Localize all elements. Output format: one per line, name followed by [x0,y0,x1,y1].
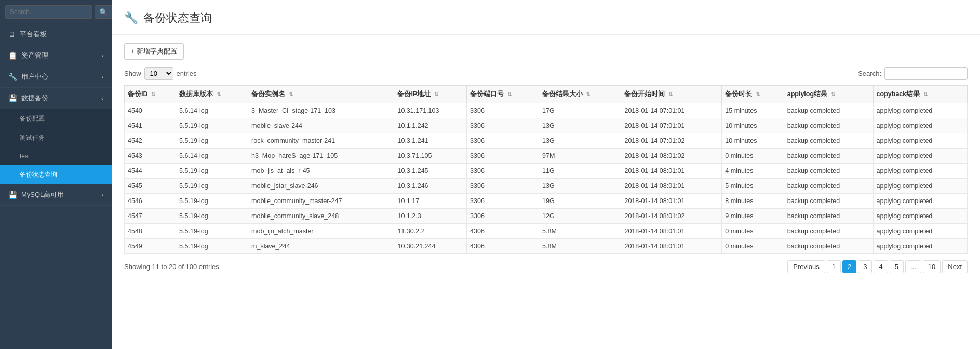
cell-applylog: backup completed [784,133,873,149]
cell-backup_ip: 11.30.2.2 [394,224,467,239]
next-button[interactable]: Next [942,260,968,273]
sort-icon: ⇅ [923,91,928,97]
cell-start_time: 2018-01-14 07:01:01 [621,118,722,133]
col-start-time[interactable]: 备份开始时间 ⇅ [621,86,722,103]
sidebar-item-test-task[interactable]: 测试任务 [0,128,112,147]
cell-db_version: 5.5.19-log [176,118,248,133]
sidebar-sub-item-label: 备份状态查询 [20,170,57,179]
table-search-area: Search: [858,67,968,80]
col-backup-port[interactable]: 备份端口号 ⇅ [467,86,539,103]
sidebar-item-users[interactable]: 🔧 用户中心 › [0,66,112,88]
page-5-button[interactable]: 5 [890,260,904,273]
sort-icon: ⇅ [289,91,293,97]
page-2-button[interactable]: 2 [842,260,856,273]
cell-backup_id: 4546 [125,194,176,209]
cell-backup_size: 17G [539,103,621,118]
cell-duration: 10 minutes [722,118,784,133]
sidebar-item-assets[interactable]: 📋 资产管理 › [0,45,112,66]
cell-duration: 9 minutes [722,209,784,224]
cell-backup_ip: 10.3.1.241 [394,133,467,149]
col-copyback[interactable]: copyback结果 ⇅ [873,86,967,103]
sidebar-search-area: 🔍 [0,0,112,24]
table-row: 45475.5.19-logmobile_community_slave_248… [125,209,968,224]
cell-db_version: 5.6.14-log [176,103,248,118]
search-label: Search: [858,70,881,77]
page-10-button[interactable]: 10 [923,260,941,273]
page-3-button[interactable]: 3 [858,260,872,273]
table-row: 45495.5.19-logm_slave_24410.30.21.244430… [125,239,968,254]
col-backup-size[interactable]: 备份结果大小 ⇅ [539,86,621,103]
cell-backup_id: 4542 [125,133,176,149]
sidebar-item-backup-config[interactable]: 备份配置 [0,109,112,128]
cell-instance_name: mobile_community_slave_248 [248,209,394,224]
cell-instance_name: mob_ijn_atch_master [248,224,394,239]
table-row: 45435.6.14-logh3_Mop_hareS_age-171_10510… [125,149,968,164]
cell-backup_ip: 10.3.1.246 [394,179,467,194]
cell-backup_size: 13G [539,133,621,149]
col-instance-name[interactable]: 备份实例名 ⇅ [248,86,394,103]
sort-icon: ⇅ [586,91,590,97]
entries-select[interactable]: 10 25 50 100 [144,67,173,80]
sidebar-item-platform[interactable]: 🖥 平台看板 [0,24,112,45]
cell-copyback: applylog completed [873,149,967,164]
cell-backup_port: 4306 [467,224,539,239]
sidebar-item-mysql-ha[interactable]: 💾 MySQL高可用 › [0,184,112,206]
sidebar-item-backup-status[interactable]: 备份状态查询 [0,165,112,184]
cell-start_time: 2018-01-14 07:01:02 [621,133,722,149]
cell-duration: 0 minutes [722,149,784,164]
cell-backup_ip: 10.3.1.245 [394,164,467,179]
cell-db_version: 5.5.19-log [176,239,248,254]
cell-backup_id: 4544 [125,164,176,179]
backup-table: 备份ID ⇅ 数据库版本 ⇅ 备份实例名 ⇅ 备份IP地址 ⇅ 备份端口号 ⇅ … [124,85,968,254]
cell-copyback: applylog completed [873,118,967,133]
cell-applylog: backup completed [784,179,873,194]
cell-backup_size: 13G [539,118,621,133]
table-search-input[interactable] [884,67,968,80]
sort-icon: ⇅ [507,91,512,97]
cell-start_time: 2018-01-14 08:01:01 [621,179,722,194]
sidebar: 🔍 🖥 平台看板 📋 资产管理 › 🔧 用户中心 › 💾 数据备份 ‹ 备份配置… [0,0,112,349]
sidebar-item-test[interactable]: test [0,147,112,165]
cell-backup_size: 97M [539,149,621,164]
cell-backup_size: 5.8M [539,239,621,254]
cell-backup_size: 11G [539,164,621,179]
cell-duration: 0 minutes [722,224,784,239]
entries-label: entries [177,70,197,77]
main-content: 🔧 备份状态查询 + 新增字典配置 Show 10 25 50 100 entr… [112,0,980,349]
sidebar-search-input[interactable] [5,5,92,19]
platform-icon: 🖥 [8,30,16,38]
cell-duration: 0 minutes [722,239,784,254]
cell-backup_id: 4545 [125,179,176,194]
col-applylog[interactable]: applylog结果 ⇅ [784,86,873,103]
col-db-version[interactable]: 数据库版本 ⇅ [176,86,248,103]
cell-applylog: backup completed [784,224,873,239]
cell-duration: 15 minutes [722,103,784,118]
page-1-button[interactable]: 1 [827,260,841,273]
page-title: 备份状态查询 [143,10,212,26]
sort-icon: ⇅ [756,91,760,97]
sidebar-search-button[interactable]: 🔍 [95,5,112,19]
cell-backup_port: 3306 [467,103,539,118]
col-backup-ip[interactable]: 备份IP地址 ⇅ [394,86,467,103]
cell-instance_name: 3_Master_CI_stage-171_103 [248,103,394,118]
sort-icon: ⇅ [434,91,438,97]
cell-backup_id: 4548 [125,224,176,239]
cell-backup_size: 12G [539,209,621,224]
cell-backup_port: 3306 [467,194,539,209]
cell-start_time: 2018-01-14 07:01:01 [621,103,722,118]
page-4-button[interactable]: 4 [874,260,888,273]
cell-applylog: backup completed [784,209,873,224]
col-duration[interactable]: 备份时长 ⇅ [722,86,784,103]
add-config-button[interactable]: + 新增字典配置 [124,43,184,60]
chevron-down-icon: ‹ [101,95,103,101]
table-row: 45455.5.19-logmobile_jstar_slave-24610.3… [125,179,968,194]
sidebar-item-backup[interactable]: 💾 数据备份 ‹ [0,88,112,109]
cell-applylog: backup completed [784,239,873,254]
col-backup-id[interactable]: 备份ID ⇅ [125,86,176,103]
cell-applylog: backup completed [784,103,873,118]
table-row: 45425.5.19-logrock_community_master-2411… [125,133,968,149]
cell-backup_port: 3306 [467,133,539,149]
previous-button[interactable]: Previous [787,260,825,273]
cell-start_time: 2018-01-14 08:01:01 [621,164,722,179]
sort-icon: ⇅ [668,91,673,97]
